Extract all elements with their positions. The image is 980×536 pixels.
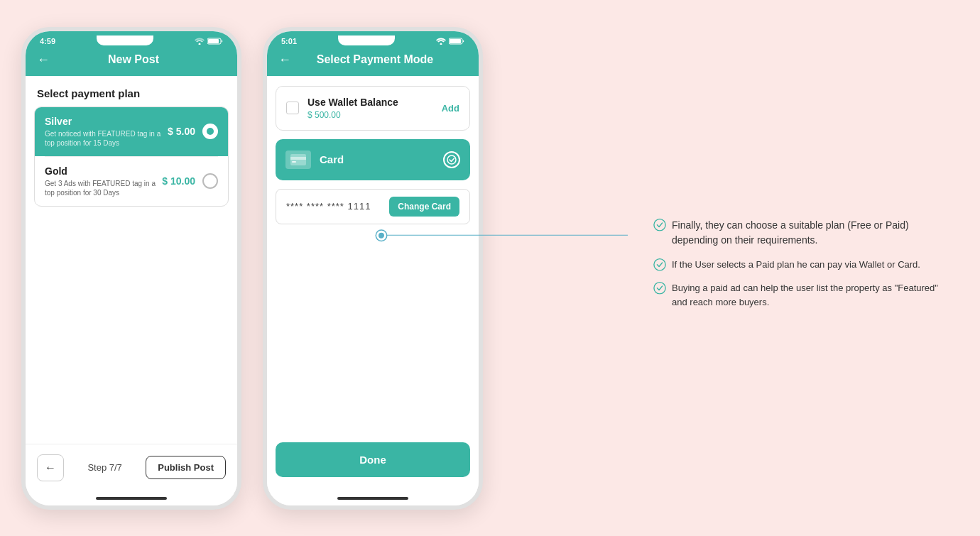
phone1-footer: ← Step 7/7 Publish Post [26, 444, 237, 491]
annotation-item-3: Buying a paid ad can help the user list … [653, 281, 952, 309]
connector-horizontal-line [386, 235, 628, 236]
phone2-home-bar [337, 497, 408, 500]
svg-point-11 [654, 258, 665, 270]
annotation-check-icon-1 [653, 218, 666, 231]
phone2-header-title: Select Payment Mode [300, 53, 450, 66]
wallet-left-section: Use Wallet Balance $ 500.00 [286, 97, 398, 120]
battery-icon [207, 38, 223, 45]
annotation-item-1: Finally, they can choose a suitable plan… [653, 217, 952, 247]
svg-rect-5 [450, 39, 461, 43]
done-button[interactable]: Done [276, 442, 470, 477]
card-payment-option[interactable]: Card [276, 139, 470, 180]
annotation-items: Finally, they can choose a suitable plan… [639, 217, 952, 309]
card-label: Card [320, 153, 344, 165]
phone-2: 5:01 ← Select Payment Mode [263, 27, 483, 510]
wallet-title: Use Wallet Balance [307, 97, 398, 108]
svg-point-9 [447, 155, 456, 164]
add-balance-button[interactable]: Add [442, 103, 459, 114]
silver-plan-radio[interactable] [202, 124, 218, 139]
phone2-status-bar: 5:01 [267, 31, 479, 45]
gold-plan-info: Gold Get 3 Ads with FEATURED tag in a to… [45, 165, 162, 197]
wallet-checkbox[interactable] [286, 102, 299, 114]
wallet-info: Use Wallet Balance $ 500.00 [307, 97, 398, 120]
silver-plan-info: Silver Get noticed with FEATURED tag in … [45, 116, 168, 148]
card-check-icon [443, 151, 460, 168]
home-bar [96, 497, 167, 500]
gold-plan[interactable]: Gold Get 3 Ads with FEATURED tag in a to… [35, 157, 228, 206]
annotation-text-1: Finally, they can choose a suitable plan… [672, 217, 952, 247]
gold-plan-price: $ 10.00 [162, 175, 195, 187]
wifi-icon [195, 38, 205, 45]
silver-plan-desc: Get noticed with FEATURED tag in a top p… [45, 129, 168, 148]
svg-point-10 [654, 219, 665, 230]
phone1-home-indicator [26, 491, 237, 505]
svg-rect-2 [208, 39, 219, 43]
phone1-status-icons [195, 38, 223, 45]
gold-plan-desc: Get 3 Ads with FEATURED tag in a top pos… [45, 179, 162, 197]
silver-plan[interactable]: Silver Get noticed with FEATURED tag in … [35, 107, 228, 156]
svg-rect-7 [290, 157, 306, 160]
connector-line [376, 230, 628, 240]
card-number-display: **** **** **** 1111 [286, 201, 371, 212]
phone1-footer-back-button[interactable]: ← [37, 454, 64, 481]
wallet-balance: $ 500.00 [307, 110, 398, 120]
silver-plan-name: Silver [45, 116, 168, 127]
annotation-check-icon-2 [653, 258, 666, 270]
svg-rect-8 [292, 161, 296, 163]
svg-point-0 [199, 43, 201, 45]
publish-post-button[interactable]: Publish Post [146, 456, 226, 479]
card-number-row: **** **** **** 1111 Change Card [276, 189, 470, 224]
phone2-battery-icon [449, 38, 464, 45]
annotation-item-2: If the User selects a Paid plan he can p… [653, 257, 952, 271]
phone2-home-indicator [267, 491, 479, 505]
back-arrow-icon: ← [45, 461, 56, 474]
phone2-notch [338, 35, 395, 45]
plan-list: Silver Get noticed with FEATURED tag in … [34, 106, 229, 207]
phone1-section-title: Select payment plan [26, 76, 237, 106]
card-left-section: Card [285, 151, 344, 169]
gold-plan-name: Gold [45, 165, 162, 177]
phone1-content: Select payment plan Silver Get noticed w… [26, 76, 237, 444]
gold-plan-radio[interactable] [202, 173, 218, 189]
phone1-back-button[interactable]: ← [37, 53, 50, 67]
phone1-notch [97, 35, 153, 45]
phone1-status-bar: 4:59 [26, 31, 237, 45]
card-icon [285, 151, 311, 169]
phone1-header: ← New Post [26, 45, 237, 76]
svg-point-12 [654, 283, 665, 294]
phone-1: 4:59 ← New Post Select paym [21, 27, 241, 510]
change-card-button[interactable]: Change Card [389, 197, 459, 217]
phone2-status-icons [436, 38, 464, 45]
phone1-time: 4:59 [40, 37, 55, 45]
checkmark-icon [447, 155, 457, 165]
silver-plan-price: $ 5.00 [168, 126, 195, 137]
phone1-header-title: New Post [58, 53, 209, 66]
phone2-header: ← Select Payment Mode [267, 45, 479, 76]
wallet-card[interactable]: Use Wallet Balance $ 500.00 Add [276, 86, 470, 131]
credit-card-icon [290, 154, 306, 165]
svg-point-3 [440, 43, 442, 45]
phone2-time: 5:01 [281, 37, 297, 45]
annotation-text-2: If the User selects a Paid plan he can p… [672, 257, 920, 271]
annotation-check-icon-3 [653, 282, 666, 295]
phone2-content: Use Wallet Balance $ 500.00 Add [267, 76, 479, 491]
connector-dot [376, 230, 386, 240]
phone2-back-button[interactable]: ← [278, 53, 291, 67]
annotation-text-3: Buying a paid ad can help the user list … [672, 281, 952, 309]
phone2-wifi-icon [436, 38, 446, 45]
annotation-panel: Finally, they can choose a suitable plan… [639, 217, 952, 319]
done-btn-container: Done [276, 442, 470, 481]
step-indicator: Step 7/7 [87, 462, 121, 473]
